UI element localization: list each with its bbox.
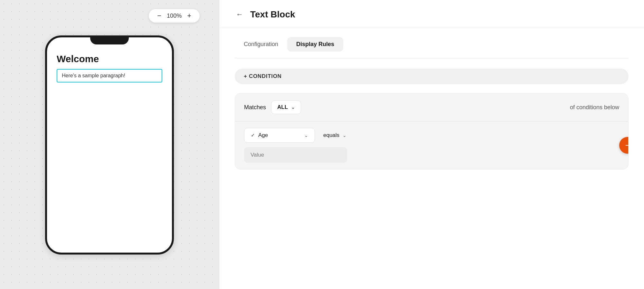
value-input[interactable]: [244, 147, 347, 163]
add-condition-button[interactable]: + CONDITION: [235, 69, 629, 84]
tab-configuration[interactable]: Configuration: [235, 37, 287, 52]
all-chevron-icon: ⌄: [291, 105, 295, 110]
phone-frame: Welcome Here's a sample paragraph!: [45, 35, 174, 255]
back-button[interactable]: ←: [235, 9, 244, 20]
operator-chevron-icon: ⌄: [343, 133, 346, 138]
zoom-out-button[interactable]: −: [156, 12, 163, 19]
all-dropdown[interactable]: ALL ⌄: [271, 101, 301, 114]
condition-row-top: ✓ Age ⌄ equals ⌄: [244, 128, 619, 143]
remove-condition-button[interactable]: −: [619, 137, 629, 154]
phone-paragraph: Here's a sample paragraph!: [57, 69, 162, 82]
zoom-level: 100%: [166, 13, 182, 19]
field-dropdown[interactable]: ✓ Age ⌄: [244, 128, 315, 143]
zoom-in-button[interactable]: +: [186, 12, 193, 19]
operator-dropdown[interactable]: equals ⌄: [320, 128, 350, 142]
tab-bar: Configuration Display Rules: [219, 28, 644, 52]
of-conditions-label: of conditions below: [570, 104, 619, 111]
field-chevron-icon: ⌄: [304, 133, 308, 138]
phone-content: Welcome Here's a sample paragraph!: [57, 50, 162, 86]
all-dropdown-label: ALL: [277, 104, 288, 111]
left-panel: − 100% + Welcome Here's a sample paragra…: [0, 0, 219, 289]
panel-title: Text Block: [250, 9, 295, 20]
matches-label: Matches: [244, 104, 266, 111]
tab-display-rules[interactable]: Display Rules: [287, 37, 343, 52]
phone-title: Welcome: [57, 53, 162, 64]
right-panel: ← Text Block Configuration Display Rules…: [219, 0, 644, 289]
operator-label: equals: [323, 132, 339, 139]
condition-card: Matches ALL ⌄ of conditions below ✓ Age …: [235, 93, 629, 169]
field-label: Age: [258, 132, 268, 139]
phone-notch: [90, 35, 129, 44]
right-header: ← Text Block: [219, 0, 644, 28]
zoom-controls: − 100% +: [149, 9, 200, 23]
right-body: + CONDITION Matches ALL ⌄ of conditions …: [219, 58, 644, 180]
condition-row: ✓ Age ⌄ equals ⌄ −: [235, 121, 628, 169]
condition-header: Matches ALL ⌄ of conditions below: [235, 93, 628, 121]
check-icon: ✓: [251, 132, 255, 138]
